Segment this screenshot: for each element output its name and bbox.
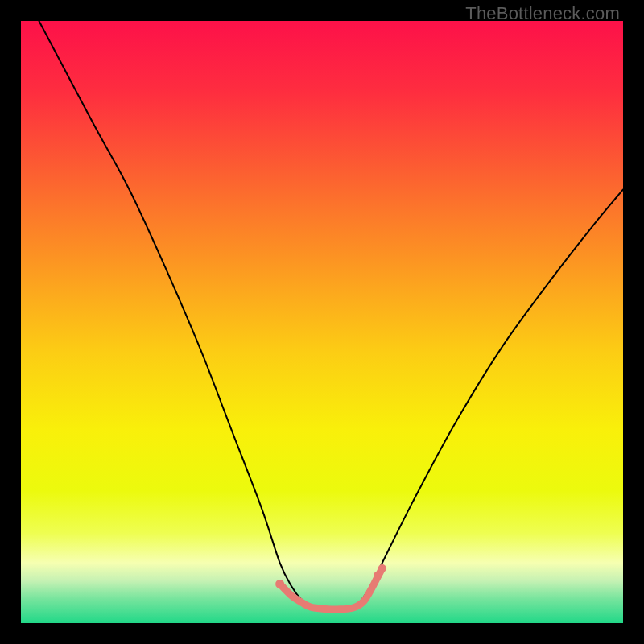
marker-dot-left xyxy=(275,580,284,588)
marker-dot-right xyxy=(378,564,386,572)
chart-plot xyxy=(21,21,623,623)
marker-dot-extra xyxy=(374,572,381,579)
chart-background xyxy=(21,21,623,623)
chart-frame: TheBottleneck.com xyxy=(0,0,644,644)
